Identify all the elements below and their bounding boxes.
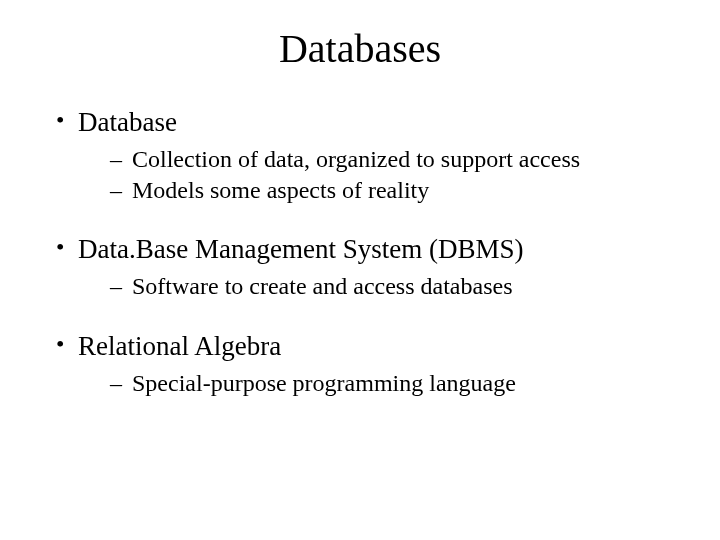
sub-list-item: Special-purpose programming language xyxy=(78,368,670,399)
sub-list-item: Collection of data, organized to support… xyxy=(78,144,670,175)
list-item-label: Database xyxy=(78,107,177,137)
list-item-label: Relational Algebra xyxy=(78,331,281,361)
list-item: Data.Base Management System (DBMS) Softw… xyxy=(50,234,670,302)
slide-title: Databases xyxy=(50,25,670,72)
list-item: Database Collection of data, organized t… xyxy=(50,107,670,206)
sub-list: Collection of data, organized to support… xyxy=(78,144,670,206)
sub-list: Software to create and access databases xyxy=(78,271,670,302)
list-item: Relational Algebra Special-purpose progr… xyxy=(50,331,670,399)
sub-list-item: Software to create and access databases xyxy=(78,271,670,302)
list-item-label: Data.Base Management System (DBMS) xyxy=(78,234,523,264)
sub-list: Special-purpose programming language xyxy=(78,368,670,399)
sub-list-item: Models some aspects of reality xyxy=(78,175,670,206)
main-list: Database Collection of data, organized t… xyxy=(50,107,670,399)
